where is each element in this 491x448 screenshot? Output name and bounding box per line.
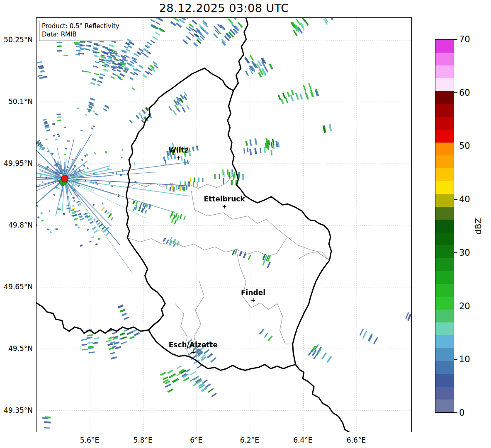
colorbar-tick (454, 146, 457, 146)
region-border (128, 171, 236, 189)
data-source-line: Data: RMIB (42, 30, 119, 39)
colorbar-tick (454, 92, 457, 93)
region-border (236, 249, 292, 344)
france-germany-border (296, 365, 350, 432)
colorbar-segment (435, 155, 454, 168)
colorbar-tick-label: 40 (459, 194, 470, 204)
colorbar-segment (435, 207, 454, 220)
colorbar-segment (435, 297, 454, 310)
colorbar-segment (435, 78, 454, 91)
colorbar-tick (454, 199, 457, 199)
colorbar-segment (435, 117, 454, 130)
lon-tick-label: 6.2°E (240, 436, 259, 444)
lon-tick-label: 5.6°E (80, 436, 99, 444)
city-label: Esch/Alzette (169, 341, 218, 349)
colorbar-tick-label: 30 (459, 248, 470, 258)
colorbar-segment (435, 53, 454, 65)
colorbar-tick-label: 0 (459, 408, 464, 418)
colorbar-segment (435, 310, 454, 322)
city-label: Findel (241, 288, 265, 297)
colorbar-segment (435, 284, 454, 297)
colorbar (435, 39, 454, 413)
radar-figure: 28.12.2025 03:08 UTC Product: 0.5° Refle… (0, 0, 491, 448)
colorbar-segment (435, 181, 454, 194)
colorbar-tick (454, 39, 457, 39)
colorbar-tick-label: 20 (459, 301, 470, 311)
region-border (298, 252, 330, 261)
lat-tick-label: 50.25°N (0, 36, 33, 44)
country-borders-layer (36, 18, 412, 432)
colorbar-segment (435, 220, 454, 232)
colorbar-tick-label: 70 (459, 34, 470, 44)
colorbar-segment (435, 387, 454, 400)
colorbar-segment (435, 143, 454, 155)
colorbar-segment (435, 258, 454, 271)
lat-tick-label: 49.5°N (0, 344, 33, 353)
map-plot-area: Product: 0.5° Reflectivity Data: RMIB Wi… (36, 17, 412, 432)
colorbar-tick (454, 412, 457, 413)
city-label: Ettelbruck (204, 195, 245, 203)
colorbar-segment (435, 130, 454, 143)
product-info-box: Product: 0.5° Reflectivity Data: RMIB (39, 21, 123, 41)
city-plus-marker: + (251, 298, 256, 302)
colorbar-tick-label: 10 (459, 354, 470, 364)
colorbar-segment (435, 245, 454, 258)
colorbar-segment (435, 40, 454, 53)
lat-tick-label: 49.65°N (0, 283, 33, 291)
lat-tick-label: 50.1°N (0, 97, 33, 106)
colorbar-segment (435, 271, 454, 284)
colorbar-segment (435, 168, 454, 181)
belgium-germany-border (233, 18, 248, 90)
city-plus-marker: + (222, 204, 227, 208)
colorbar-segment (435, 335, 454, 348)
city-plus-marker: + (176, 155, 181, 160)
lat-tick-label: 49.8°N (0, 221, 33, 229)
colorbar-segment (435, 400, 454, 412)
colorbar-segment (435, 104, 454, 117)
colorbar-segment (435, 322, 454, 335)
luxembourg-border (126, 68, 331, 371)
lon-tick-label: 6°E (190, 436, 202, 444)
lon-tick-label: 5.8°E (133, 436, 152, 444)
lat-tick-label: 49.95°N (0, 159, 33, 167)
colorbar-segment (435, 374, 454, 387)
lon-tick-label: 6.6°E (347, 436, 366, 444)
colorbar-segment (435, 348, 454, 361)
colorbar-segment (435, 91, 454, 104)
colorbar-segment (435, 361, 454, 374)
radar-site-dot (61, 175, 68, 182)
colorbar-segment (435, 194, 454, 207)
figure-title: 28.12.2025 03:08 UTC (36, 2, 412, 15)
colorbar-unit-label: dBZ (473, 218, 483, 234)
colorbar-segment (435, 65, 454, 78)
lon-tick-label: 6.4°E (293, 436, 312, 444)
region-border (175, 304, 191, 357)
colorbar-tick-label: 50 (459, 141, 470, 151)
region-border (127, 237, 287, 257)
colorbar-tick (454, 359, 457, 360)
lat-tick-label: 49.35°N (0, 406, 33, 414)
city-plus-marker: + (191, 350, 196, 354)
colorbar-tick (454, 306, 457, 306)
city-label: Wiltz (168, 146, 188, 154)
colorbar-tick-label: 60 (459, 88, 470, 98)
france-belgium-border (36, 303, 148, 334)
colorbar-tick (454, 252, 457, 253)
product-line: Product: 0.5° Reflectivity (42, 22, 119, 30)
colorbar-segment (435, 232, 454, 245)
